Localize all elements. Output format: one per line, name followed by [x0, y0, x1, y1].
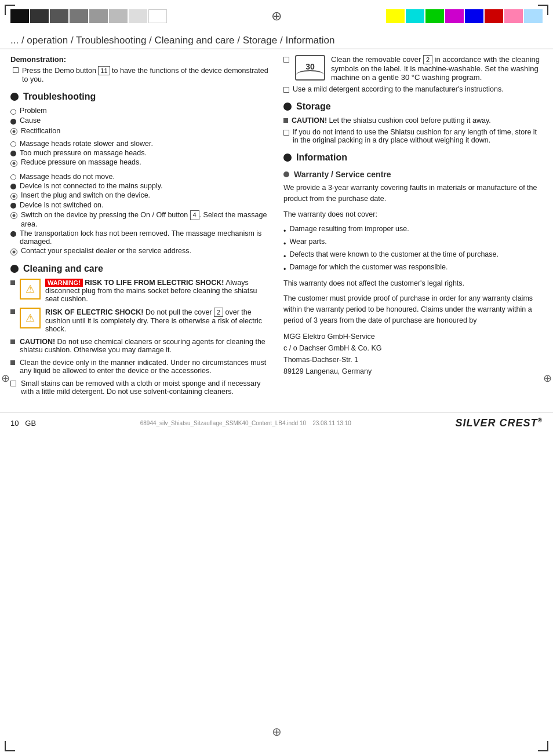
ts-problem-icon — [10, 174, 16, 180]
care-text-4: Clean the device only in the manner indi… — [20, 359, 270, 375]
legend-rectification-label: Rectification — [21, 127, 60, 135]
cleaning-header: Cleaning and care — [10, 264, 270, 274]
cover-ref-2: 2 — [214, 308, 223, 317]
wash-text: Clean the removable cover 2 in accordanc… — [331, 55, 543, 82]
information-dot-icon — [283, 154, 292, 162]
color-bar-r3 — [425, 9, 444, 23]
bullet-icon-4: • — [283, 265, 286, 273]
wash-symbol-icon: 30 — [295, 55, 325, 81]
wash-item: 30 Clean the removable cover 2 in accord… — [283, 55, 543, 93]
legend-cause-label: Cause — [20, 116, 41, 125]
ts-rect-icon — [10, 249, 17, 255]
cover-ref-right: 2 — [423, 55, 432, 64]
care-item-inner-2: ⚠ RISK OF ELECTRIC SHOCK! Do not pull th… — [20, 308, 270, 333]
color-bar-2 — [30, 9, 49, 23]
ts-row-2-1: Massage heads do not move. — [10, 173, 270, 181]
color-bar-r6 — [485, 9, 503, 23]
address-line-2: c / o Dachser GmbH & Co. KG — [283, 342, 543, 354]
information-header: Information — [283, 152, 543, 163]
problem-symbol-icon — [10, 109, 16, 115]
logo-trademark-icon: ® — [538, 417, 543, 423]
footer-date: 23.08.11 13:10 — [312, 420, 351, 426]
color-bar-3 — [50, 9, 68, 23]
footer-doc-text: 68944_silv_Shiatsu_Sitzauflage_SSMK40_Co… — [140, 420, 306, 426]
cleaning-section: Cleaning and care ⚠ WARNING! RISK TO LIF… — [10, 264, 270, 396]
footer-doc-ref: 68944_silv_Shiatsu_Sitzauflage_SSMK40_Co… — [140, 420, 351, 426]
storage-item-2: If you do not intend to use the Shiatsu … — [283, 128, 543, 144]
mild-detergent-text: Use a mild detergent according to the ma… — [293, 85, 504, 93]
wash-item-inner: 30 Clean the removable cover 2 in accord… — [295, 55, 543, 82]
warranty-bullet-text-4: Damage for which the customer was respon… — [289, 263, 448, 271]
ts-row-2-5: Switch on the device by pressing the On … — [10, 210, 270, 228]
ts-text: Device is not switched on. — [20, 201, 104, 209]
color-bar-8 — [148, 9, 167, 23]
bullet-icon-1: • — [283, 227, 286, 235]
cleaning-heading: Cleaning and care — [23, 264, 103, 274]
ts-text: Device is not connected to the mains sup… — [20, 182, 162, 190]
ts-row-2-7: Contact your specialist dealer or the se… — [10, 247, 270, 255]
warranty-bullet-text-2: Wear parts. — [289, 238, 326, 246]
color-bar-r1 — [386, 9, 405, 23]
checkbox-icon-5 — [283, 130, 289, 136]
ts-row-1-3: Reduce pressure on massage heads. — [10, 158, 270, 167]
caution-label-1: CAUTION! — [292, 116, 327, 125]
storage-heading: Storage — [296, 101, 331, 112]
care-text-3: CAUTION! Do not use chemical cleaners or… — [20, 338, 270, 354]
square-bullet-icon — [10, 339, 15, 344]
address-line-3: Thomas-Dachser-Str. 1 — [283, 354, 543, 366]
warranty-proof-text: The customer must provide proof of purch… — [283, 293, 543, 326]
warranty-subdot-icon — [283, 171, 289, 177]
ts-row-2-2: Device is not connected to the mains sup… — [10, 182, 270, 190]
ts-row-1-1: Massage heads rotate slower and slower. — [10, 140, 270, 148]
footer-page-info: 10 GB — [10, 419, 36, 428]
information-heading: Information — [296, 152, 347, 163]
warranty-bullet-4: • Damage for which the customer was resp… — [283, 263, 543, 273]
warranty-bullet-text-1: Damage resulting from improper use. — [289, 225, 409, 233]
warranty-not-cover-list: • Damage resulting from improper use. • … — [283, 225, 543, 273]
care-span-3: Do not use chemical cleaners or scouring… — [20, 338, 265, 354]
right-column: 30 Clean the removable cover 2 in accord… — [283, 55, 543, 400]
color-bar-r5 — [465, 9, 483, 23]
ts-row-2-3: Insert the plug and switch on the device… — [10, 191, 270, 200]
silvercrest-logo: SILVER CREST® — [456, 417, 543, 429]
checkbox-icon-4 — [283, 87, 289, 93]
legend-problem-label: Problem — [20, 107, 47, 115]
color-bar-r7 — [504, 9, 523, 23]
warranty-bullet-3: • Defects that were known to the custome… — [283, 250, 543, 261]
ts-cause-icon — [10, 151, 16, 156]
troubleshooting-dot-icon — [10, 93, 19, 101]
ts-row-2-4: Device is not switched on. — [10, 201, 270, 209]
troubleshooting-heading: Troubleshooting — [23, 92, 96, 102]
care-item-caution: CAUTION! Do not use chemical cleaners or… — [10, 338, 270, 354]
ts-row-1-2: Too much pressure on massage heads. — [10, 149, 270, 157]
crosshair-left-icon: ⊕ — [1, 372, 10, 385]
left-column: Demonstration: Press the Demo button 11 … — [10, 55, 270, 400]
cleaning-dot-icon — [10, 265, 19, 273]
warning-triangle-icon-2: ⚠ — [20, 308, 41, 328]
page-title: ... / operation / Troubleshooting / Clea… — [0, 28, 553, 49]
care-bold-1: RISK TO LIFE FROM ELECTRIC SHOCK! — [85, 279, 224, 287]
square-bullet-icon — [10, 280, 15, 285]
ts-group-2: Massage heads do not move. Device is not… — [10, 173, 270, 255]
ts-rect-icon — [10, 193, 17, 200]
warranty-not-cover-heading: The warranty does not cover: — [283, 209, 543, 220]
ts-text: Massage heads do not move. — [20, 173, 115, 181]
ts-text: The transportation lock has not been rem… — [20, 229, 270, 246]
ts-text: Too much pressure on massage heads. — [20, 149, 147, 157]
ts-cause-icon — [10, 203, 16, 209]
color-bar-5 — [89, 9, 108, 23]
ts-rect-icon — [10, 160, 17, 167]
ts-row-2-6: The transportation lock has not been rem… — [10, 229, 270, 246]
legend-problem: Problem — [10, 107, 270, 115]
ts-group-1: Massage heads rotate slower and slower. … — [10, 140, 270, 167]
ts-rect-icon — [10, 212, 17, 219]
wash-wave-icon — [296, 70, 324, 79]
footer-region: GB — [25, 419, 36, 428]
footer: 10 GB 68944_silv_Shiatsu_Sitzauflage_SSM… — [0, 412, 553, 434]
ts-text: Contact your specialist dealer or the se… — [21, 247, 191, 255]
bullet-icon-3: • — [283, 253, 286, 261]
legend-cause: Cause — [10, 116, 270, 125]
corner-mark-br — [538, 741, 548, 751]
care-bold-3: CAUTION! — [20, 338, 55, 346]
ts-cause-icon — [10, 231, 16, 237]
